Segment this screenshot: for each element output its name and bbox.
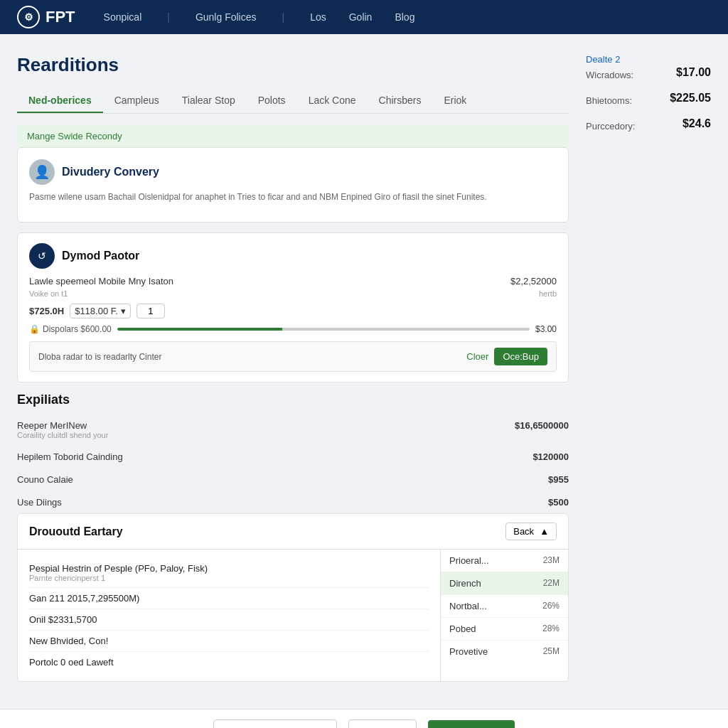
nav-links: Sonpical | Gunlg Folices | Los Golin Blo…: [104, 11, 415, 23]
list-item-label: Use Diings: [17, 497, 62, 508]
dymod-icon: ↺: [29, 243, 55, 269]
sidebar-label-1: Bhietooms:: [586, 95, 632, 106]
list-item: Hepilem Toborid Cainding $120000: [17, 446, 569, 469]
brand-label: FPT: [46, 8, 75, 26]
expiliats-list: Reeper MerINew Coraility cluitdl shend y…: [17, 414, 569, 513]
dd-item-val: 28%: [542, 623, 560, 634]
tab-ned-oberices[interactable]: Ned-oberices: [17, 89, 103, 113]
notice-text: Dloba radar to is readarlty Cinter: [38, 352, 161, 362]
list-item: Use Diings $500: [17, 491, 569, 513]
tab-polots[interactable]: Polots: [247, 89, 297, 113]
dymod-sub-row: Voike on t1 hertb: [29, 289, 557, 298]
list-item-label: Couno Calaie: [17, 474, 73, 485]
tab-campleus[interactable]: Campleus: [103, 89, 171, 113]
page-title: Rearditions: [17, 54, 569, 76]
avatar: 👤: [29, 159, 55, 185]
navbar: ⚙ FPT Sonpical | Gunlg Folices | Los Gol…: [0, 0, 728, 34]
tab-chirsbers[interactable]: Chirsbers: [368, 89, 433, 113]
nav-link-0[interactable]: Sonpical: [104, 11, 142, 23]
dd-item-val: 22M: [543, 578, 560, 589]
list-item-value: $500: [548, 497, 569, 508]
dropdown-right-item[interactable]: Provetive 25M: [441, 641, 568, 663]
dd-left-title: New Bhvided, Con!: [29, 636, 429, 646]
sidebar-value-1: $225.05: [670, 92, 711, 105]
dropdown-toggle-label: Back: [513, 526, 534, 537]
brand-icon: ⚙: [17, 6, 40, 28]
nav-link-3[interactable]: Golin: [349, 11, 373, 23]
slider[interactable]: [117, 328, 530, 331]
divudery-desc: Pasme wilene usam Bachail Oislenidpal fo…: [29, 191, 557, 203]
slider-label: 🔒 Dispolars $600.00: [29, 324, 112, 334]
page-container: Rearditions Ned-oberices Campleus Tialea…: [0, 34, 728, 709]
list-item-value: $120000: [532, 451, 569, 462]
slider-row: 🔒 Dispolars $600.00 $3.00: [29, 324, 557, 334]
sidebar-row-0: Wicradows: $17.00: [586, 66, 711, 86]
nav-link-4[interactable]: Blog: [395, 11, 414, 23]
dropdown-right-item-highlighted[interactable]: Dirench 22M: [441, 572, 568, 595]
bottom-bar: Play a Euplened Shope Ful mbbet Foue hok…: [0, 709, 728, 728]
tab-tialear-stop[interactable]: Tialear Stop: [171, 89, 247, 113]
dd-item-val: 25M: [543, 646, 560, 657]
tab-lack-cone[interactable]: Lack Cone: [297, 89, 368, 113]
dymod-card: ↺ Dymod Paotor Lawle speemeol Mobile Mny…: [17, 232, 569, 382]
list-item-label: Hepilem Toborid Cainding: [17, 451, 123, 462]
dd-left-item: Portolc 0 oed Laweft: [29, 652, 429, 673]
section-banner: Mange Swide Recondy: [17, 125, 569, 147]
btn-play-explained[interactable]: Play a Euplened Shope: [213, 719, 337, 728]
dymod-sub-left: Voike on t1: [29, 289, 68, 298]
dd-item-name: Dirench: [449, 578, 481, 589]
dropdown-title: Drououtd Eartary: [29, 525, 123, 538]
sidebar-value-2: $24.6: [682, 117, 711, 130]
dd-item-name: Provetive: [449, 646, 488, 657]
dropdown-header: Drououtd Eartary Back ▲: [18, 514, 568, 550]
dd-left-title: Pespial Hestrin of Pesple (PFo, Paloy, F…: [29, 563, 429, 574]
notice-close-button[interactable]: Cloer: [466, 351, 488, 362]
btn-foue-hoker[interactable]: Foue hoker →: [428, 720, 515, 728]
dymod-label-row: Lawle speemeol Mobile Mny Isaton $2,2,52…: [29, 276, 557, 287]
list-item: Couno Calaie $955: [17, 469, 569, 491]
notice-action-button[interactable]: Oce:Bup: [494, 348, 547, 365]
qty-input[interactable]: [136, 304, 165, 318]
dropdown-section: Drououtd Eartary Back ▲ Pespial Hestrin …: [17, 513, 569, 682]
dropdown-right-item[interactable]: Prioeral... 23M: [441, 550, 568, 572]
dropdown-right-item[interactable]: Pobed 28%: [441, 618, 568, 641]
main-content: Rearditions Ned-oberices Campleus Tialea…: [17, 54, 569, 692]
chevron-down-icon: ▾: [121, 306, 126, 316]
divudery-title: Divudery Convery: [62, 166, 159, 178]
chevron-up-icon: ▲: [540, 526, 549, 537]
nav-link-2[interactable]: Los: [310, 11, 326, 23]
dymod-title: Dymod Paotor: [62, 250, 139, 262]
expiliats-section: Expiliats Reeper MerINew Coraility cluit…: [17, 392, 569, 513]
price-dropdown[interactable]: $118.00 F. ▾: [70, 304, 131, 318]
dd-left-title: Gan 211 2015,7,295500M): [29, 593, 429, 604]
sidebar-value-0: $17.00: [676, 66, 711, 79]
sidebar-row-2: Purccedory: $24.6: [586, 117, 711, 137]
nav-link-1[interactable]: Gunlg Folices: [196, 11, 257, 23]
slider-value: $3.00: [535, 324, 557, 334]
list-item-value: $955: [548, 474, 569, 485]
tab-eriok[interactable]: Eriok: [432, 89, 478, 113]
dd-left-title: Onil $2331,5700: [29, 614, 429, 625]
dymod-sub-right: hertb: [539, 289, 557, 298]
brand[interactable]: ⚙ FPT: [17, 6, 75, 28]
list-item-value: $16,6500000: [515, 420, 569, 431]
dropdown-body: Pespial Hestrin of Pesple (PFo, Paloy, F…: [18, 550, 568, 681]
dymod-value: $2,2,52000: [510, 276, 557, 287]
dd-left-sub: Parnte chencinperst 1: [29, 574, 429, 582]
slider-icon: 🔒: [29, 324, 40, 334]
dropdown-left: Pespial Hestrin of Pesple (PFo, Paloy, F…: [18, 550, 440, 681]
dd-left-title: Portolc 0 oed Laweft: [29, 657, 429, 668]
sidebar: Dealte 2 Wicradows: $17.00 Bhietooms: $2…: [569, 54, 711, 692]
dymod-label: Lawle speemeol Mobile Mny Isaton: [29, 276, 173, 287]
banner-text: Mange Swide Recondy: [27, 131, 122, 141]
tabs-bar: Ned-oberices Campleus Tialear Stop Polot…: [17, 89, 569, 114]
divudery-header: 👤 Divudery Convery: [29, 159, 557, 185]
expiliats-title: Expiliats: [17, 392, 569, 407]
dd-left-item: Gan 211 2015,7,295500M): [29, 588, 429, 609]
sidebar-link[interactable]: Dealte 2: [586, 54, 711, 65]
btn-ful-mbbet[interactable]: Ful mbbet: [348, 719, 417, 728]
dropdown-toggle-button[interactable]: Back ▲: [505, 523, 557, 540]
dropdown-right-item[interactable]: Nortbal... 26%: [441, 595, 568, 618]
dd-item-name: Nortbal...: [449, 601, 487, 611]
list-item-label: Reeper MerINew: [17, 420, 108, 431]
